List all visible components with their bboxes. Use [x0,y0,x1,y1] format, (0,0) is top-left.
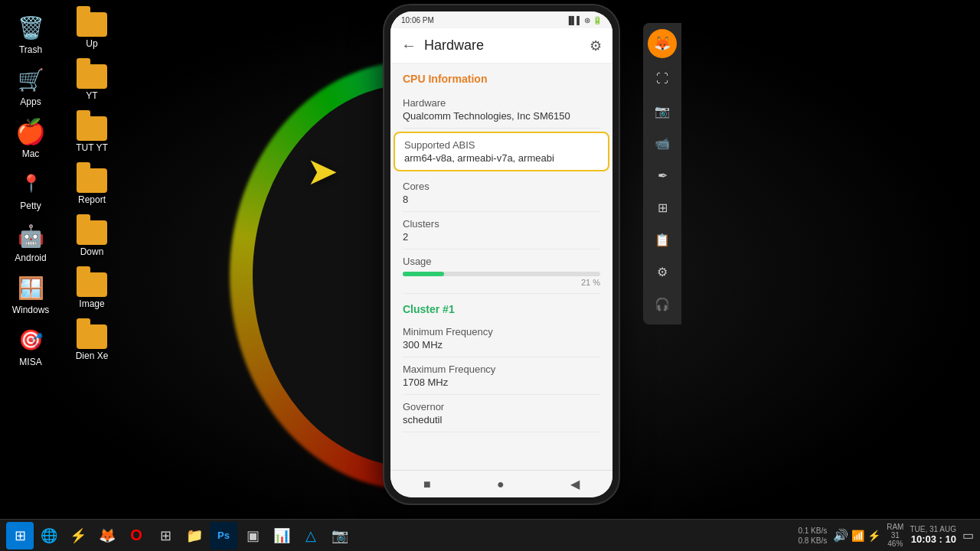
icon-android[interactable]: 🤖 Android [0,216,61,268]
clusters-info-item: Clusters 2 [403,212,600,249]
phone-app-bar: ← Hardware ⚙ [390,28,612,64]
tool-avatar[interactable]: 🦊 [648,29,677,58]
min-freq-label: Minimum Frequency [403,326,600,337]
icon-report[interactable]: Report [61,164,122,216]
hardware-value: Qualcomm Technologies, Inc SM6150 [403,110,600,122]
gear-tool-btn[interactable]: ⚙ [648,257,677,286]
taskbar-firefox-btn[interactable]: 🦊 [93,522,121,549]
phone-frame: 10:06 PM ▐▌▌ ⊛ 🔋 ← Hardware ⚙ CPU Inform… [383,4,620,505]
phone-status-bar: 10:06 PM ▐▌▌ ⊛ 🔋 [390,11,612,28]
cores-value: 8 [403,194,600,205]
headphone-tool-btn[interactable]: 🎧 [648,289,677,318]
governor-value: schedutil [403,414,600,425]
desktop-icons-area: 🗑️ Trash Up 🛒 Apps YT 🍎 Mac [0,0,122,551]
phone-nav-bar: ■ ● ◀ [390,470,612,497]
cores-info-item: Cores 8 [403,174,600,212]
ram-info: RAM 31 46% [887,523,903,548]
max-freq-item: Maximum Frequency 1708 MHz [403,357,600,395]
icon-windows[interactable]: 🪟 Windows [0,268,61,320]
phone-app-title: Hardware [424,37,590,54]
network-download: 0.8 KB/s [798,536,827,546]
phone-screen: 10:06 PM ▐▌▌ ⊛ 🔋 ← Hardware ⚙ CPU Inform… [390,11,612,497]
icon-mac[interactable]: 🍎 Mac [0,112,61,164]
cores-label: Cores [403,181,600,192]
icon-petty[interactable]: 📍 Petty [0,164,61,216]
usage-info-item: Usage 21 % [403,249,600,294]
supported-abis-value: arm64-v8a, armeabi-v7a, armeabi [404,152,599,164]
icon-misa[interactable]: 🎯 MISA [0,320,61,372]
taskbar-opera-btn[interactable]: O [122,522,150,549]
record-tool-btn[interactable]: 📹 [648,129,677,158]
clusters-value: 2 [403,231,600,243]
tool-panel: 🦊 ⛶ 📷 📹 ✒ ⊞ 📋 ⚙ 🎧 [643,23,681,324]
icon-trash[interactable]: 🗑️ Trash [0,8,61,60]
phone-settings-icon[interactable]: ⚙ [590,37,602,54]
taskbar-chart-btn[interactable]: 📊 [268,522,296,549]
taskbar-windows-btn[interactable]: ⊞ [152,522,179,549]
cluster-section-title: Cluster #1 [403,294,600,320]
grid-tool-btn[interactable]: ⊞ [648,193,677,222]
taskbar-show-desktop-btn[interactable]: ▭ [962,528,974,543]
network-info: 0.1 KB/s 0.8 KB/s [798,526,827,546]
nav-circle-btn[interactable]: ● [497,478,505,491]
taskbar-term-btn[interactable]: ▣ [239,522,266,549]
cpu-section-title: CPU Information [403,64,600,91]
camera-tool-btn[interactable]: 📷 [648,96,677,126]
taskbar-camera-btn[interactable]: 📷 [326,522,354,549]
taskbar-browser1-btn[interactable]: 🌐 [35,522,63,549]
governor-label: Governor [403,401,600,412]
min-freq-item: Minimum Frequency 300 MHz [403,320,600,357]
supported-abis-item: Supported ABIS arm64-v8a, armeabi-v7a, a… [394,132,609,171]
taskbar-date: TUE, 31 AUG [910,525,956,533]
icon-tut-yt[interactable]: TUT YT [61,112,122,164]
desktop: 🗑️ Trash Up 🛒 Apps YT 🍎 Mac [0,0,980,551]
expand-tool-btn[interactable]: ⛶ [648,64,677,93]
governor-item: Governor schedutil [403,395,600,432]
taskbar-browser2-btn[interactable]: ⚡ [64,522,92,549]
supported-abis-label: Supported ABIS [404,139,599,151]
icon-up[interactable]: Up [61,8,122,60]
taskbar-start-btn[interactable]: ⊞ [6,522,34,549]
taskbar-time: 10:03 : 10 [910,533,956,546]
nav-triangle-btn[interactable]: ◀ [570,477,580,491]
nav-square-btn[interactable]: ■ [423,478,431,491]
min-freq-value: 300 MHz [403,339,600,350]
max-freq-label: Maximum Frequency [403,364,600,375]
icon-yt[interactable]: YT [61,60,122,112]
hardware-info-item: Hardware Qualcomm Technologies, Inc SM61… [403,91,600,129]
icon-image[interactable]: Image [61,268,122,320]
hardware-label: Hardware [403,97,600,109]
back-button[interactable]: ← [401,37,416,54]
usage-percent: 21 % [403,278,600,287]
phone-content[interactable]: CPU Information Hardware Qualcomm Techno… [390,64,612,470]
taskbar-files-btn[interactable]: 📁 [181,522,208,549]
icon-down[interactable]: Down [61,216,122,268]
clip-tool-btn[interactable]: 📋 [648,225,677,254]
usage-bar-fill [403,272,444,276]
clusters-label: Clusters [403,218,600,230]
pen-tool-btn[interactable]: ✒ [648,161,677,190]
usage-bar-container [403,272,600,276]
taskbar-right: 0.1 KB/s 0.8 KB/s 🔊 📶 ⚡ RAM 31 46% TUE, … [798,523,974,548]
arrow-indicator: ➤ [306,149,338,194]
usage-label: Usage [403,256,600,267]
taskbar-ps-btn[interactable]: Ps [210,522,237,549]
network-upload: 0.1 KB/s [798,526,827,536]
taskbar-azure-btn[interactable]: △ [297,522,325,549]
taskbar: ⊞ 🌐 ⚡ 🦊 O ⊞ 📁 Ps ▣ 📊 △ 📷 0.1 KB/s 0.8 KB… [0,519,980,551]
icon-apps[interactable]: 🛒 Apps [0,60,61,112]
icon-dien-xe[interactable]: Dien Xe [61,320,122,372]
max-freq-value: 1708 MHz [403,377,600,388]
